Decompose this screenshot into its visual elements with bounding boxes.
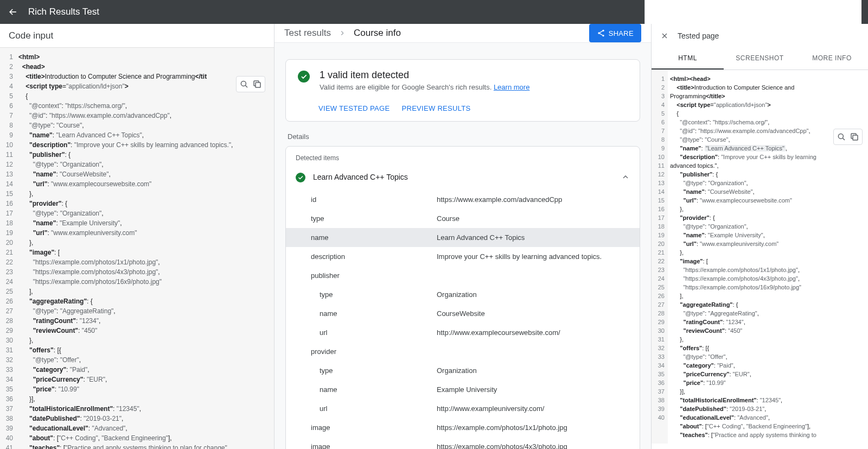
svg-point-8 <box>749 14 751 15</box>
svg-point-9 <box>752 14 754 15</box>
table-row[interactable]: typeOrganization <box>286 285 640 304</box>
svg-point-16 <box>838 134 843 138</box>
svg-rect-17 <box>853 135 858 140</box>
property-key: name <box>296 233 437 242</box>
table-row[interactable]: descriptionImprove your C++ skills by le… <box>286 247 640 266</box>
breadcrumb-current: Course info <box>354 28 401 39</box>
chevron-right-icon <box>339 29 346 37</box>
property-value <box>437 271 630 280</box>
property-value: Example University <box>437 385 630 394</box>
copy-icon[interactable] <box>252 79 263 90</box>
property-value: Learn Advanced C++ Topics <box>437 233 630 242</box>
table-row[interactable]: nameLearn Advanced C++ Topics <box>286 228 640 247</box>
valid-items-card: 1 valid item detected Valid items are el… <box>285 59 640 122</box>
property-value: https://example.com/photos/4x3/photo.jpg <box>437 442 630 449</box>
table-row[interactable]: urlhttp://www.examplecoursewebsite.com/ <box>286 323 640 342</box>
svg-point-2 <box>749 7 751 9</box>
svg-point-7 <box>756 10 757 12</box>
property-key: url <box>296 328 437 337</box>
property-value: CourseWebsite <box>437 309 630 318</box>
tested-page-code[interactable]: 1234567891011121314151617181920212223242… <box>652 70 868 444</box>
check-icon <box>298 71 310 83</box>
detected-items-label: Detected items <box>286 147 640 166</box>
copy-icon[interactable] <box>849 131 860 142</box>
tested-page-panel: Tested page HTML SCREENSHOT MORE INFO 12… <box>651 24 868 449</box>
property-key: type <box>296 290 437 299</box>
svg-point-5 <box>749 10 751 12</box>
property-key: id <box>296 195 437 204</box>
property-key: publisher <box>296 271 437 280</box>
topbar: Rich Results Test <box>0 0 868 24</box>
table-row[interactable]: nameCourseWebsite <box>286 304 640 323</box>
svg-point-3 <box>752 7 754 9</box>
property-key: provider <box>296 347 437 356</box>
tab-screenshot[interactable]: SCREENSHOT <box>724 48 796 69</box>
valid-title: 1 valid item detected <box>320 69 529 81</box>
details-label: Details <box>288 132 638 141</box>
property-key: image <box>296 423 437 432</box>
property-key: image <box>296 442 437 449</box>
breadcrumb-root[interactable]: Test results <box>284 28 331 39</box>
preview-results-button[interactable]: PREVIEW RESULTS <box>401 104 470 112</box>
property-key: url <box>296 404 437 413</box>
back-button[interactable] <box>7 5 20 18</box>
property-value: http://www.examplecoursewebsite.com/ <box>437 328 630 337</box>
property-value: Organization <box>437 290 630 299</box>
svg-point-4 <box>756 7 757 9</box>
property-value: https://example.com/photos/1x1/photo.jpg <box>437 423 630 432</box>
table-row[interactable]: provider <box>286 342 640 361</box>
property-key: name <box>296 309 437 318</box>
table-row[interactable]: imagehttps://example.com/photos/4x3/phot… <box>286 437 640 449</box>
property-value: Organization <box>437 366 630 375</box>
check-icon <box>296 173 305 182</box>
table-row[interactable]: idhttps://www.example.com/advancedCpp <box>286 190 640 209</box>
property-key: type <box>296 366 437 375</box>
svg-rect-12 <box>256 83 260 87</box>
property-key: description <box>296 252 437 261</box>
apps-icon[interactable] <box>747 4 760 17</box>
property-key: name <box>296 385 437 394</box>
property-value: Course <box>437 214 630 223</box>
tab-more-info[interactable]: MORE INFO <box>796 48 868 69</box>
results-header: Test results Course info SHARE <box>275 24 651 43</box>
svg-point-10 <box>756 14 757 15</box>
detected-item-header[interactable]: Learn Advanced C++ Topics <box>286 166 640 190</box>
code-input-panel: Code input 12345678910111213141516171819… <box>0 24 275 449</box>
view-tested-page-button[interactable]: VIEW TESTED PAGE <box>318 104 390 112</box>
code-editor[interactable]: 1234567891011121314151617181920212223242… <box>0 48 274 449</box>
tab-html[interactable]: HTML <box>652 48 724 69</box>
share-button[interactable]: SHARE <box>589 24 641 42</box>
tested-page-tabs: HTML SCREENSHOT MORE INFO <box>652 48 868 70</box>
valid-subtitle: Valid items are eligible for Google Sear… <box>320 83 529 91</box>
table-row[interactable]: imagehttps://example.com/photos/1x1/phot… <box>286 418 640 437</box>
table-row[interactable]: publisher <box>286 266 640 285</box>
results-panel: Test results Course info SHARE 1 valid i… <box>275 24 651 449</box>
property-value <box>437 347 630 356</box>
svg-point-6 <box>752 10 754 12</box>
property-value: http://www.exampleuniversity.com/ <box>437 404 630 413</box>
share-label: SHARE <box>609 29 634 37</box>
app-title: Rich Results Test <box>28 7 644 17</box>
tested-page-title: Tested page <box>678 31 719 40</box>
code-input-header: Code input <box>0 24 274 48</box>
close-icon[interactable] <box>659 30 670 41</box>
search-icon[interactable] <box>836 131 847 142</box>
property-key: type <box>296 214 437 223</box>
search-icon[interactable] <box>239 79 250 90</box>
table-row[interactable]: typeOrganization <box>286 361 640 380</box>
detected-items-card: Detected items Learn Advanced C++ Topics… <box>285 146 640 449</box>
detected-item-name: Learn Advanced C++ Topics <box>313 173 614 181</box>
chevron-up-icon <box>621 173 630 181</box>
table-row[interactable]: urlhttp://www.exampleuniversity.com/ <box>286 399 640 418</box>
table-row[interactable]: typeCourse <box>286 209 640 228</box>
property-value: https://www.example.com/advancedCpp <box>437 195 630 204</box>
svg-point-11 <box>241 81 246 86</box>
property-value: Improve your C++ skills by learning adva… <box>437 252 630 261</box>
learn-more-link[interactable]: Learn more <box>494 83 529 91</box>
table-row[interactable]: nameExample University <box>286 380 640 399</box>
